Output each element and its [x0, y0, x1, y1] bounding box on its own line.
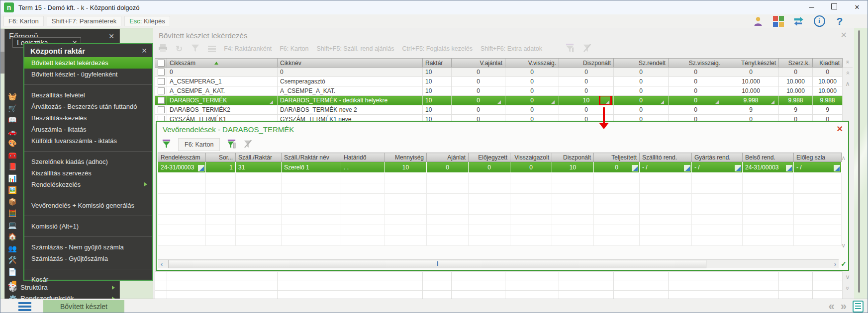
col-vvisszaig[interactable]: V.visszaig. — [505, 59, 559, 68]
scroll-right-icon[interactable]: › — [832, 261, 839, 268]
help-icon[interactable]: ? — [834, 16, 846, 27]
fomenu-close-icon[interactable]: ✕ — [108, 32, 114, 40]
filter-clear-icon[interactable] — [582, 43, 592, 54]
info-icon[interactable]: i — [813, 16, 825, 27]
col-szall-raktar[interactable]: Száll./Raktár — [236, 153, 282, 162]
table-row[interactable]: A_CSEMPERAG_1Csemperagasztó 100 00 00 10… — [155, 77, 843, 86]
col-rendelesszam[interactable]: Rendelésszám — [158, 153, 206, 162]
row-checkbox[interactable] — [158, 106, 165, 113]
menu-item-rendeleskezeles[interactable]: Rendeléskezelés — [24, 179, 152, 190]
col-teljesitett[interactable]: Teljesített — [594, 153, 640, 162]
table-row[interactable]: 00 100 00 00 00 0 — [155, 68, 843, 77]
apps-grid-icon[interactable] — [772, 16, 784, 27]
panel-close-icon[interactable]: ✕ — [841, 30, 847, 40]
row-checkbox[interactable] — [158, 78, 165, 85]
table-row[interactable]: A_CSEMPE_A_KAT.A_CSEMPE_A_KAT. 100 00 00… — [155, 86, 843, 96]
menu-item-bovitett-keszlet-lekerdezes[interactable]: Bővített készlet lekérdezés — [24, 57, 152, 69]
f4-raktaronkent-button[interactable]: F4: Raktáranként — [224, 45, 272, 52]
karton-shortcut-button[interactable]: F6: Karton — [3, 16, 44, 26]
col-belso-rend[interactable]: Belső rend. — [743, 153, 794, 162]
popup-close-icon[interactable]: ✕ — [837, 124, 843, 134]
col-mennyiseg[interactable]: Mennyiség — [385, 153, 427, 162]
menu-item-bovitett-keszlet-ugyfelenkent[interactable]: Bővített készlet - ügyfelenként — [24, 69, 152, 80]
scroll-top-icon[interactable]: ⌅ — [843, 57, 853, 68]
table-row[interactable]: DARABOS_TERMÉK2DARABOS_TERMÉK neve 2 100… — [155, 105, 843, 115]
list-icon[interactable] — [208, 45, 216, 53]
szall-rend-ajanlas-button[interactable]: Shift+F5: Száll. rend ajánlás — [317, 45, 394, 52]
menu-item-vevorendeles-komissio[interactable]: Vevőrendelés + Komissió generálás — [24, 200, 152, 211]
popup-horizontal-scrollbar[interactable]: ‹ › — [158, 259, 839, 268]
scroll-pageup-icon[interactable]: » — [843, 68, 853, 79]
menu-hamburger-icon[interactable] — [18, 301, 31, 313]
table-scroll-arrows-bottom[interactable]: ∨ » — [843, 272, 853, 294]
col-visszaigazolt[interactable]: Visszaigazolt — [510, 153, 552, 162]
filter-icon[interactable] — [162, 139, 171, 151]
user-icon[interactable] — [752, 16, 764, 27]
col-ajanlat[interactable]: Ajánlat — [427, 153, 469, 162]
scroll-pagedown-icon[interactable]: » — [843, 283, 853, 294]
col-szallito-rend[interactable]: Szállító rend. — [640, 153, 692, 162]
tab-bovitett-keszlet[interactable]: Bővített készlet — [43, 300, 124, 313]
table-row-selected[interactable]: DARABOS_TERMÉK DARABOS_TERMÉK - dedikált… — [155, 96, 843, 105]
vertical-scrollbar[interactable] — [858, 30, 860, 293]
popup-scroll-down-icon[interactable]: ∨ — [841, 242, 846, 249]
filter-icon[interactable] — [191, 43, 200, 54]
popup-scroll-up-icon[interactable]: ∧ — [841, 155, 846, 161]
scroll-left-icon[interactable]: ‹ — [158, 261, 165, 268]
f6-karton-button[interactable]: F6: Karton — [178, 138, 220, 151]
col-tenylkeszlet[interactable]: Tényl.készlet — [723, 59, 779, 68]
col-gyartas-rend[interactable]: Gyártás rend. — [692, 153, 743, 162]
maximize-button[interactable] — [823, 0, 846, 14]
select-all-checkbox[interactable] — [158, 60, 165, 67]
col-szall-raktar-nev[interactable]: Száll./Raktár név — [282, 153, 341, 162]
menu-item-szamlazas-gyujto[interactable]: Számlázás - Gyűjtőszámla — [24, 253, 152, 264]
menu-item-beszallitas-felvetel[interactable]: Beszállítás felvétel — [24, 89, 152, 101]
foglalas-kezeles-button[interactable]: Ctrl+F5: Foglalás kezelés — [402, 45, 473, 52]
menu-item-aruszamla-iktatas[interactable]: Áruszámla - iktatás — [24, 124, 152, 135]
filter-settings-icon[interactable] — [565, 43, 575, 54]
col-vajanlat[interactable]: V.ajánlat — [452, 59, 505, 68]
order-row-selected[interactable]: 24-31/00003 1 31 Szerelő 1 . . 10 0 0 0 … — [158, 162, 842, 173]
col-szerzk[interactable]: Szerz.k. — [779, 59, 813, 68]
row-checkbox[interactable] — [158, 97, 165, 104]
col-cikknev[interactable]: Cikknév — [278, 59, 423, 68]
menu-close-icon[interactable]: ✕ — [141, 47, 147, 55]
sidebar-item-struktura[interactable]: 🎲 Struktúra — [5, 282, 119, 293]
scroll-down-icon[interactable]: ∨ — [843, 272, 853, 283]
parameterek-shortcut-button[interactable]: Shift+F7: Paraméterek — [47, 16, 121, 26]
menu-item-beszallitas-kezeles[interactable]: Beszállítás-kezelés — [24, 112, 152, 124]
filter-clear-icon[interactable] — [243, 139, 253, 151]
menu-item-kulfoldi-fuvarsszamla[interactable]: Külföldi fuvarsszámla - iktatás — [24, 135, 152, 147]
menu-item-arvaltozas[interactable]: Árváltozás - Beszerzés után futtandó — [24, 101, 152, 112]
col-cikkszam[interactable]: Cikkszám — [167, 59, 278, 68]
menu-item-kiszallitas-szervezes[interactable]: Kiszállítás szervezés — [24, 167, 152, 179]
table-scroll-arrows-top[interactable]: ⌅ » ∧ — [843, 57, 853, 90]
col-sor[interactable]: Sor... — [206, 153, 236, 162]
menu-item-szerelonek-kiadas[interactable]: Szerelőnek kiadás (adhoc) — [24, 156, 152, 167]
nav-prev-icon[interactable]: « — [829, 300, 835, 313]
col-hatarido[interactable]: Határidő — [341, 153, 385, 162]
col-kiadhat[interactable]: Kiadhat — [813, 59, 843, 68]
col-eloleg-szla[interactable]: Előleg szla — [794, 153, 842, 162]
menu-item-komissio[interactable]: Komissió (Alt+1) — [24, 221, 152, 232]
confirm-check-icon[interactable]: ✓ — [841, 260, 847, 268]
row-checkbox[interactable] — [158, 87, 165, 94]
col-raktar[interactable]: Raktár — [423, 59, 452, 68]
scroll-up-icon[interactable]: ∧ — [843, 79, 853, 90]
kilepes-shortcut-button[interactable]: Esc: Kilépés — [124, 16, 170, 26]
row-checkbox[interactable] — [158, 69, 165, 76]
col-szvisszaig[interactable]: Sz.visszaig. — [669, 59, 723, 68]
refresh-icon[interactable]: ↻ — [176, 44, 183, 54]
minimize-button[interactable] — [800, 0, 823, 14]
nav-next-icon[interactable]: » — [841, 300, 847, 313]
col-diszponalt[interactable]: Diszponált — [552, 153, 594, 162]
col-diszponalt[interactable]: Diszponált — [559, 59, 614, 68]
print-icon[interactable] — [158, 44, 168, 54]
transfer-arrows-icon[interactable] — [793, 16, 805, 27]
filter-settings-icon[interactable] — [227, 139, 236, 151]
extra-adatok-button[interactable]: Shift+F6: Extra adatok — [481, 45, 542, 52]
col-szrendelt[interactable]: Sz.rendelt — [614, 59, 669, 68]
close-button[interactable]: ✕ — [846, 0, 868, 14]
f6-karton-button[interactable]: F6: Karton — [280, 45, 308, 52]
scrollbar-thumb[interactable] — [168, 260, 706, 268]
